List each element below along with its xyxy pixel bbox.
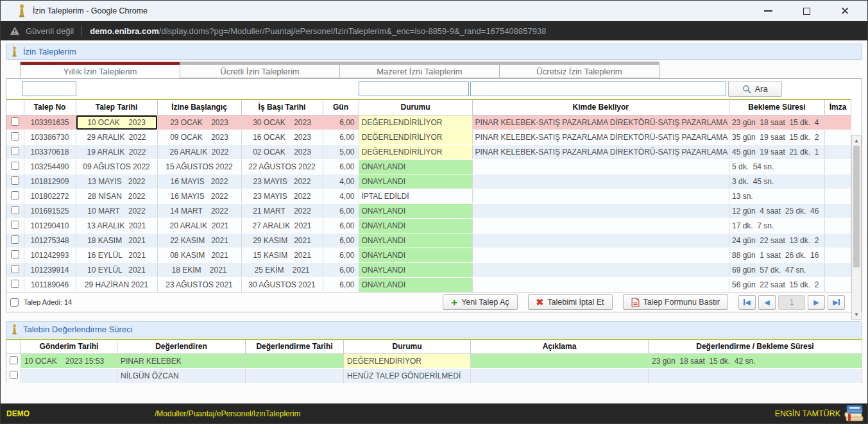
filter-durumu-input[interactable] (359, 81, 469, 96)
cell: 6,00 (323, 159, 359, 174)
row-checkbox[interactable] (11, 206, 19, 214)
cell: 23 MAYIS 2022 (241, 174, 323, 189)
cell: 15 KASIM 2021 (241, 248, 323, 262)
tab-2[interactable]: Ücretli İzin Taleplerim (180, 62, 340, 78)
column-header: Durumu (344, 339, 471, 354)
request-row[interactable]: 10118904629 HAZİRAN 202123 AĞUSTOS 20213… (6, 277, 851, 292)
column-header: Talep Tarihi (76, 99, 157, 115)
tab-3[interactable]: Mazeret İzni Taleplerim (339, 62, 500, 78)
search-button[interactable]: Ara (728, 81, 782, 97)
column-header: Gönderim Tarihi (21, 339, 117, 354)
cell: 56 gün 22 saat 15 dk. 2 (729, 277, 825, 292)
row-checkbox[interactable] (11, 280, 19, 288)
print-form-button[interactable]: Talep Formunu Bastır (623, 294, 729, 310)
request-row[interactable]: 10123991410 EYLÜL 202118 EKİM 202125 EKİ… (6, 262, 851, 277)
request-count-label: Talep Adedi: 14 (24, 298, 443, 306)
title-bar: İzin Taleplerim - Google Chrome ✕ (1, 1, 867, 21)
new-request-button[interactable]: + Yeni Talep Aç (443, 294, 517, 310)
cell: 103386730 (24, 130, 76, 144)
request-row[interactable]: 10169152510 MART 202214 MART 202221 MART… (6, 203, 851, 218)
cell: 18 KASIM 2021 (76, 233, 157, 248)
scroll-up-icon[interactable]: ▲ (852, 136, 861, 146)
cell: 101812909 (24, 174, 76, 189)
section-header-degerlendirme-sureci: Talebin Değerlendirme Süreci (6, 321, 862, 337)
request-row[interactable]: 10181290913 MAYIS 202216 MAYIS 202223 MA… (6, 174, 851, 189)
request-row[interactable]: 10338673029 ARALIK 202209 OCAK 202316 OC… (6, 130, 851, 144)
request-row[interactable]: 10129041013 ARALIK 202120 ARALIK 202127 … (6, 218, 851, 233)
request-row[interactable]: 10325449009 AĞUSTOS 202215 AĞUSTOS 20222… (6, 159, 851, 174)
row-checkbox[interactable] (11, 176, 19, 185)
user-name-label: ENGİN TAMTÜRK (775, 409, 840, 418)
row-checkbox[interactable] (11, 191, 19, 199)
cell: 6,00 (323, 203, 359, 218)
cell: 101290410 (24, 218, 76, 233)
row-checkbox[interactable] (11, 117, 19, 126)
cell: 45 gün 19 saat 21 dk. 1 (729, 144, 825, 159)
cell: 23 gün 18 saat 15 dk. 42 sn. (649, 354, 862, 369)
row-checkbox[interactable] (11, 265, 19, 273)
cell: 6,00 (323, 233, 359, 248)
cell: 09 OCAK 2023 (157, 130, 241, 144)
request-row[interactable]: 10124299316 EYLÜL 202108 KASIM 202115 KA… (6, 248, 851, 262)
cell (471, 369, 649, 384)
prev-page-button[interactable]: ◀ (758, 295, 776, 310)
cell: 21 MART 2022 (241, 203, 323, 218)
cell: 26 ARALIK 2022 (157, 144, 241, 159)
app-favicon-icon (17, 5, 26, 17)
security-chip[interactable]: Güvenli değil (26, 26, 74, 36)
row-checkbox[interactable] (11, 162, 19, 170)
select-all-checkbox[interactable] (10, 298, 19, 307)
cell: 5 dk. 54 sn. (729, 159, 825, 174)
cell: 08 KASIM 2021 (157, 248, 241, 262)
first-page-button[interactable]: ◀ (738, 295, 756, 310)
cell: 22 KASIM 2021 (157, 233, 241, 248)
url-text[interactable]: demo.enibra.com/display.doms?pg=/Modulle… (90, 26, 546, 36)
tab-4[interactable]: Ücretsiz İzin Taleplerim (499, 62, 660, 78)
column-header: İmza (825, 99, 851, 115)
scrollbar-thumb[interactable] (853, 146, 860, 267)
cell: ONAYLANDI (359, 233, 472, 248)
url-domain: demo.enibra.com (90, 26, 159, 36)
cancel-request-button[interactable]: ✖ Talebimi İptal Et (528, 294, 613, 310)
tab-1[interactable]: Yıllık İzin Taleplerim (20, 62, 180, 78)
row-checkbox[interactable] (11, 132, 19, 140)
column-header: İş Başı Tarihi (241, 99, 323, 115)
scroll-down-icon[interactable]: ▼ (852, 310, 861, 319)
cell: 6,00 (323, 277, 359, 292)
request-row[interactable]: 10337061819 ARALIK 202226 ARALIK 202202 … (6, 144, 851, 159)
maximize-button[interactable] (798, 3, 815, 19)
evaluation-row[interactable]: NİLGÜN ÖZCANHENÜZ TALEP GÖNDERİLMEDİ (6, 369, 862, 384)
cell: 69 gün 57 dk. 47 sn. (729, 262, 825, 277)
filter-talep-no-input[interactable] (22, 81, 76, 96)
request-row[interactable]: 10127534818 KASIM 202122 KASIM 202129 KA… (6, 233, 851, 248)
request-row[interactable]: 10339163510 OCAK 202323 OCAK 202330 OCAK… (6, 115, 851, 130)
window-title: İzin Taleplerim - Google Chrome (33, 6, 760, 15)
current-page-box[interactable]: 1 (778, 295, 805, 310)
evaluation-row[interactable]: 10 OCAK 2023 15:53PINAR KELEBEKDEĞERLEND… (6, 354, 862, 369)
cell: DEĞERLENDİRİYOR (344, 354, 471, 369)
tab-label: Ücretli İzin Taleplerim (180, 65, 339, 78)
cell: 30 AĞUSTOS 2021 (241, 277, 323, 292)
minimize-button[interactable] (760, 3, 776, 19)
row-checkbox[interactable] (10, 371, 18, 379)
address-bar[interactable]: Güvenli değil demo.enibra.com/display.do… (1, 21, 867, 40)
row-checkbox[interactable] (11, 221, 19, 229)
row-checkbox[interactable] (11, 147, 19, 155)
requests-table-header-row: Talep NoTalep Tarihiİzine Başlangıçİş Ba… (6, 99, 851, 115)
request-row[interactable]: 10180227228 NİSAN 202216 MAYIS 202223 MA… (6, 189, 851, 203)
cell: 10 MART 2022 (76, 203, 157, 218)
table-scrollbar[interactable]: ▲ ▼ (851, 135, 862, 320)
next-page-button[interactable]: ▶ (808, 295, 825, 310)
cell: 27 ARALIK 2021 (241, 218, 323, 233)
row-checkbox[interactable] (11, 235, 19, 244)
cell (472, 218, 729, 233)
cell: PINAR KELEBEK (117, 354, 246, 369)
filter-kimde-bekliyor-input[interactable] (470, 81, 726, 96)
cell: 23 OCAK 2023 (157, 115, 241, 130)
last-page-button[interactable]: ▶ (828, 295, 845, 310)
close-button[interactable]: ✕ (837, 3, 853, 19)
cell: 10 OCAK 2023 (76, 115, 157, 130)
manual-books-icon[interactable] (844, 404, 864, 422)
row-checkbox[interactable] (11, 250, 19, 259)
row-checkbox[interactable] (10, 356, 18, 364)
